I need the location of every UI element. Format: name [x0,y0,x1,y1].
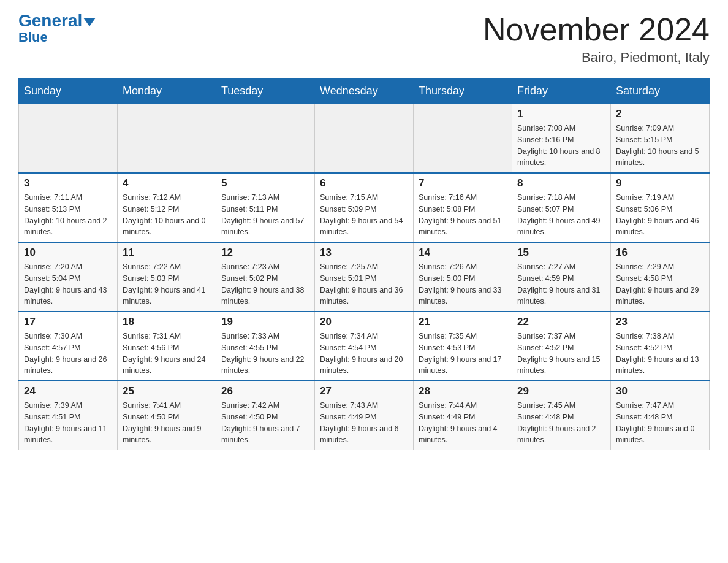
table-row: 4Sunrise: 7:12 AMSunset: 5:12 PMDaylight… [118,173,216,242]
day-number: 23 [616,316,704,328]
table-row: 19Sunrise: 7:33 AMSunset: 4:55 PMDayligh… [216,312,315,381]
day-number: 11 [123,247,211,259]
day-info: Sunrise: 7:20 AMSunset: 5:04 PMDaylight:… [24,261,112,307]
table-row: 1Sunrise: 7:08 AMSunset: 5:16 PMDaylight… [512,104,611,174]
table-row: 12Sunrise: 7:23 AMSunset: 5:02 PMDayligh… [216,242,315,312]
col-friday: Friday [512,79,611,104]
day-number: 18 [123,316,211,328]
day-number: 4 [123,177,211,190]
table-row: 29Sunrise: 7:45 AMSunset: 4:48 PMDayligh… [512,381,611,450]
day-number: 30 [616,385,704,397]
day-number: 21 [419,316,507,328]
logo-blue-text: Blue [18,29,48,45]
day-info: Sunrise: 7:35 AMSunset: 4:53 PMDaylight:… [419,331,507,377]
table-row: 7Sunrise: 7:16 AMSunset: 5:08 PMDaylight… [414,173,512,242]
table-row: 14Sunrise: 7:26 AMSunset: 5:00 PMDayligh… [414,242,512,312]
day-number: 25 [123,385,211,397]
day-number: 27 [320,385,408,397]
logo: General Blue [18,12,96,45]
day-number: 6 [320,177,408,190]
day-number: 20 [320,316,408,328]
day-number: 28 [419,385,507,397]
day-info: Sunrise: 7:23 AMSunset: 5:02 PMDaylight:… [221,261,309,307]
table-row: 20Sunrise: 7:34 AMSunset: 4:54 PMDayligh… [315,312,414,381]
table-row [216,104,315,174]
calendar-row: 17Sunrise: 7:30 AMSunset: 4:57 PMDayligh… [19,312,710,381]
day-number: 16 [616,247,704,259]
table-row: 16Sunrise: 7:29 AMSunset: 4:58 PMDayligh… [611,242,710,312]
col-monday: Monday [118,79,216,104]
table-row: 21Sunrise: 7:35 AMSunset: 4:53 PMDayligh… [414,312,512,381]
col-thursday: Thursday [414,79,512,104]
day-number: 17 [24,316,112,328]
table-row: 9Sunrise: 7:19 AMSunset: 5:06 PMDaylight… [611,173,710,242]
table-row: 3Sunrise: 7:11 AMSunset: 5:13 PMDaylight… [19,173,118,242]
calendar-row: 10Sunrise: 7:20 AMSunset: 5:04 PMDayligh… [19,242,710,312]
table-row: 13Sunrise: 7:25 AMSunset: 5:01 PMDayligh… [315,242,414,312]
day-number: 13 [320,247,408,259]
day-info: Sunrise: 7:37 AMSunset: 4:52 PMDaylight:… [517,331,605,377]
table-row: 17Sunrise: 7:30 AMSunset: 4:57 PMDayligh… [19,312,118,381]
day-number: 19 [221,316,309,328]
calendar-header-row: Sunday Monday Tuesday Wednesday Thursday… [19,79,710,104]
table-row: 6Sunrise: 7:15 AMSunset: 5:09 PMDaylight… [315,173,414,242]
day-info: Sunrise: 7:22 AMSunset: 5:03 PMDaylight:… [123,261,211,307]
day-info: Sunrise: 7:38 AMSunset: 4:52 PMDaylight:… [616,331,704,377]
table-row: 25Sunrise: 7:41 AMSunset: 4:50 PMDayligh… [118,381,216,450]
table-row: 26Sunrise: 7:42 AMSunset: 4:50 PMDayligh… [216,381,315,450]
table-row: 24Sunrise: 7:39 AMSunset: 4:51 PMDayligh… [19,381,118,450]
title-area: November 2024 Bairo, Piedmont, Italy [483,12,710,66]
day-info: Sunrise: 7:44 AMSunset: 4:49 PMDaylight:… [419,400,507,446]
day-info: Sunrise: 7:34 AMSunset: 4:54 PMDaylight:… [320,331,408,377]
table-row: 22Sunrise: 7:37 AMSunset: 4:52 PMDayligh… [512,312,611,381]
table-row [118,104,216,174]
day-info: Sunrise: 7:41 AMSunset: 4:50 PMDaylight:… [123,400,211,446]
day-info: Sunrise: 7:27 AMSunset: 4:59 PMDaylight:… [517,261,605,307]
day-info: Sunrise: 7:47 AMSunset: 4:48 PMDaylight:… [616,400,704,446]
table-row: 2Sunrise: 7:09 AMSunset: 5:15 PMDaylight… [611,104,710,174]
day-number: 15 [517,247,605,259]
calendar-row: 24Sunrise: 7:39 AMSunset: 4:51 PMDayligh… [19,381,710,450]
day-number: 8 [517,177,605,190]
table-row: 28Sunrise: 7:44 AMSunset: 4:49 PMDayligh… [414,381,512,450]
day-info: Sunrise: 7:16 AMSunset: 5:08 PMDaylight:… [419,192,507,238]
day-info: Sunrise: 7:45 AMSunset: 4:48 PMDaylight:… [517,400,605,446]
day-info: Sunrise: 7:39 AMSunset: 4:51 PMDaylight:… [24,400,112,446]
logo-general-text: General [18,12,96,29]
day-info: Sunrise: 7:29 AMSunset: 4:58 PMDaylight:… [616,261,704,307]
day-info: Sunrise: 7:25 AMSunset: 5:01 PMDaylight:… [320,261,408,307]
day-number: 12 [221,247,309,259]
day-number: 26 [221,385,309,397]
table-row: 23Sunrise: 7:38 AMSunset: 4:52 PMDayligh… [611,312,710,381]
table-row: 11Sunrise: 7:22 AMSunset: 5:03 PMDayligh… [118,242,216,312]
day-number: 1 [517,108,605,120]
col-saturday: Saturday [611,79,710,104]
day-info: Sunrise: 7:19 AMSunset: 5:06 PMDaylight:… [616,192,704,238]
day-info: Sunrise: 7:30 AMSunset: 4:57 PMDaylight:… [24,331,112,377]
col-wednesday: Wednesday [315,79,414,104]
calendar-row: 1Sunrise: 7:08 AMSunset: 5:16 PMDaylight… [19,104,710,174]
day-number: 10 [24,247,112,259]
day-number: 3 [24,177,112,190]
table-row: 8Sunrise: 7:18 AMSunset: 5:07 PMDaylight… [512,173,611,242]
day-info: Sunrise: 7:13 AMSunset: 5:11 PMDaylight:… [221,192,309,238]
table-row: 30Sunrise: 7:47 AMSunset: 4:48 PMDayligh… [611,381,710,450]
day-number: 2 [616,108,704,120]
table-row: 27Sunrise: 7:43 AMSunset: 4:49 PMDayligh… [315,381,414,450]
calendar-row: 3Sunrise: 7:11 AMSunset: 5:13 PMDaylight… [19,173,710,242]
day-number: 9 [616,177,704,190]
calendar: Sunday Monday Tuesday Wednesday Thursday… [18,78,710,450]
day-number: 7 [419,177,507,190]
day-info: Sunrise: 7:15 AMSunset: 5:09 PMDaylight:… [320,192,408,238]
logo-triangle-icon [83,18,96,26]
table-row [315,104,414,174]
table-row: 5Sunrise: 7:13 AMSunset: 5:11 PMDaylight… [216,173,315,242]
table-row: 10Sunrise: 7:20 AMSunset: 5:04 PMDayligh… [19,242,118,312]
day-info: Sunrise: 7:18 AMSunset: 5:07 PMDaylight:… [517,192,605,238]
day-info: Sunrise: 7:43 AMSunset: 4:49 PMDaylight:… [320,400,408,446]
day-info: Sunrise: 7:42 AMSunset: 4:50 PMDaylight:… [221,400,309,446]
table-row [414,104,512,174]
table-row: 15Sunrise: 7:27 AMSunset: 4:59 PMDayligh… [512,242,611,312]
day-number: 14 [419,247,507,259]
day-number: 24 [24,385,112,397]
